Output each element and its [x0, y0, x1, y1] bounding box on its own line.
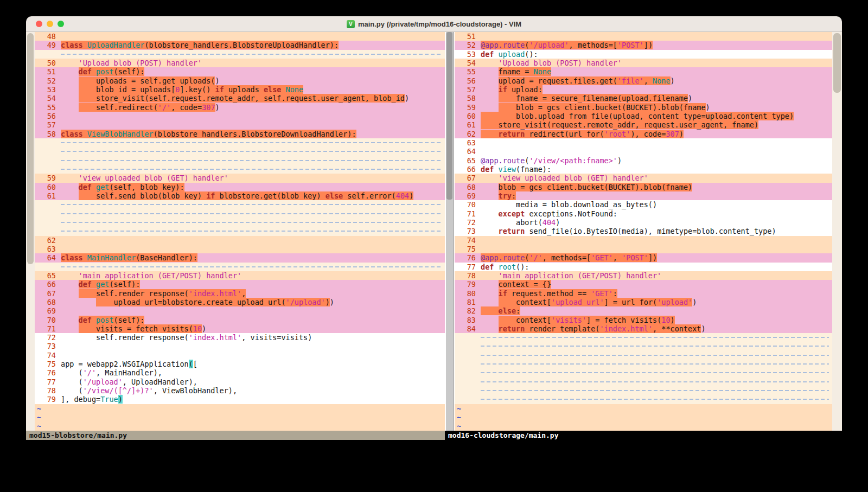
code-line[interactable]: 80 if request.method == 'GET': — [455, 289, 832, 298]
code-token: post — [96, 316, 114, 324]
code-line[interactable]: 73 — [35, 342, 445, 350]
code-text: app = webapp2.WSGIApplication([ — [61, 360, 445, 368]
code-line[interactable]: 68 upload_url=blobstore.create_upload_ur… — [35, 298, 445, 306]
code-line[interactable]: 65 'main application (GET/POST) handler' — [35, 271, 445, 280]
code-token: ]) — [644, 41, 653, 49]
code-line[interactable]: 77 ('/upload', UploadHandler), — [35, 378, 445, 386]
code-token: def — [79, 183, 97, 191]
code-line[interactable]: 70 def post(self): — [35, 316, 445, 324]
code-token — [481, 191, 499, 200]
code-line[interactable]: 57 if upload: — [455, 85, 832, 94]
right-scrollbar-thumb[interactable] — [833, 33, 841, 93]
line-number: 62 — [35, 236, 61, 245]
code-line[interactable]: 78 ('/view/([^/]+)?', ViewBlobHandler), — [35, 386, 445, 395]
left-scrollbar[interactable] — [26, 32, 35, 431]
code-line[interactable]: 52 uploads = self.get_uploads() — [35, 76, 445, 85]
code-line[interactable]: 64 — [455, 147, 832, 156]
code-line[interactable]: 73 return send_file(io.BytesIO(media), m… — [455, 227, 832, 235]
line-number — [455, 395, 481, 404]
code-line[interactable]: 70 media = blob.download_as_bytes() — [455, 200, 832, 209]
code-line[interactable]: 81 context['upload_url'] = url_for('uplo… — [455, 298, 832, 306]
vim-command-line[interactable] — [26, 440, 842, 476]
code-line[interactable]: 66 def get(self): — [35, 280, 445, 289]
right-editor-pane[interactable]: 5152@app.route('/upload', methods=['POST… — [455, 32, 832, 431]
code-line[interactable]: 53 blob_id = uploads[0].key() if uploads… — [35, 85, 445, 94]
left-editor-pane[interactable]: 4849class UploadHandler(blobstore_handle… — [35, 32, 445, 431]
code-line[interactable]: 71 visits = fetch_visits(10) — [35, 324, 445, 333]
statusline-left[interactable]: mod15-blobstore/main.py — [26, 431, 445, 440]
code-line[interactable]: 48 — [35, 32, 445, 41]
code-line[interactable]: 53def upload(): — [455, 50, 832, 59]
code-line[interactable]: 64class MainHandler(BaseHandler): — [35, 253, 445, 262]
statusline-right[interactable]: mod16-cloudstorage/main.py — [445, 431, 842, 440]
code-line[interactable]: 55 self.redirect('/', code=307) — [35, 103, 445, 112]
code-line[interactable]: 57 — [35, 120, 445, 129]
code-line[interactable]: 59 blob = gcs_client.bucket(BUCKET).blob… — [455, 103, 832, 112]
code-line[interactable]: 55 fname = None — [455, 67, 832, 76]
code-line[interactable]: 67 self.render_response('index.html', — [35, 289, 445, 298]
code-line[interactable]: 75app = webapp2.WSGIApplication([ — [35, 360, 445, 368]
code-line[interactable]: 50 'Upload blob (POST) handler' — [35, 59, 445, 67]
code-token: except — [499, 209, 525, 218]
code-line[interactable]: 67 'view uploaded blob (GET) handler' — [455, 174, 832, 182]
code-line[interactable]: 51 def post(self): — [35, 67, 445, 76]
code-line[interactable]: 83 context['visits'] = fetch_visits(10) — [455, 316, 832, 324]
titlebar[interactable]: V main.py (/private/tmp/mod16-cloudstora… — [26, 16, 842, 32]
close-button[interactable] — [36, 21, 42, 27]
code-line[interactable]: 69 — [35, 306, 445, 315]
code-line[interactable]: 65@app.route('/view/<path:fname>') — [455, 156, 832, 165]
code-line[interactable]: 51 — [455, 32, 832, 41]
code-line[interactable]: 82 else: — [455, 306, 832, 315]
code-line[interactable]: 78 'main application (GET/POST) handler' — [455, 271, 832, 280]
code-line[interactable]: 56 upload = request.files.get('file', No… — [455, 76, 832, 85]
code-line[interactable]: 58 fname = secure_filename(upload.filena… — [455, 94, 832, 103]
code-token: ) — [692, 298, 697, 306]
code-line[interactable]: 60 blob.upload_from_file(upload, content… — [455, 112, 832, 120]
code-line[interactable]: 71 except exceptions.NotFound: — [455, 209, 832, 218]
right-scrollbar[interactable] — [832, 32, 842, 431]
code-line[interactable]: 61 self.send_blob(blob_key) if blobstore… — [35, 191, 445, 200]
code-line[interactable]: 84 return render_template('index.html', … — [455, 324, 832, 333]
code-line[interactable]: 76 ('/', MainHandler), — [35, 368, 445, 377]
middle-scrollbar-thumb[interactable] — [446, 32, 452, 200]
code-line[interactable]: 72 self.render_response('index.html', vi… — [35, 333, 445, 342]
code-line[interactable]: 74 — [455, 236, 832, 245]
code-token: 'GET' — [591, 253, 613, 262]
line-number: 50 — [35, 59, 61, 67]
code-line[interactable]: 69 try: — [455, 191, 832, 200]
code-line[interactable]: 63 — [35, 245, 445, 253]
code-token: media = blob.download_as_bytes() — [481, 200, 657, 209]
window-split-divider[interactable] — [445, 32, 455, 431]
code-line[interactable]: 56 — [35, 112, 445, 120]
code-line[interactable]: 79], debug=True) — [35, 395, 445, 404]
tilde-marker: ~ — [35, 421, 41, 430]
code-line[interactable]: 68 blob = gcs_client.bucket(BUCKET).blob… — [455, 183, 832, 191]
code-line[interactable]: 79 context = {} — [455, 280, 832, 289]
code-text: blob_id = uploads[0].key() if uploads el… — [61, 85, 445, 94]
code-line[interactable]: 66def view(fname): — [455, 165, 832, 174]
left-scrollbar-thumb[interactable] — [27, 33, 34, 264]
code-line[interactable]: 75 — [455, 245, 832, 253]
code-line[interactable]: 59 'view uploaded blob (GET) handler' — [35, 174, 445, 182]
code-line[interactable]: 58class ViewBlobHandler(blobstore_handle… — [35, 130, 445, 138]
code-line[interactable]: 63 — [455, 138, 832, 147]
line-number: 71 — [35, 324, 61, 333]
code-line[interactable]: 62 — [35, 236, 445, 245]
code-line[interactable]: 72 abort(404) — [455, 218, 832, 227]
code-line[interactable]: 74 — [35, 351, 445, 360]
code-token: else — [264, 85, 282, 94]
code-line[interactable]: 61 store_visit(request.remote_addr, requ… — [455, 120, 832, 129]
line-number: 79 — [455, 280, 481, 289]
code-line[interactable]: 62 return redirect(url_for('root'), code… — [455, 130, 832, 138]
code-line[interactable]: 54 'Upload blob (POST) handler' — [455, 59, 832, 67]
code-line[interactable]: 76@app.route('/', methods=['GET', 'POST'… — [455, 253, 832, 262]
code-line[interactable]: 77def root(): — [455, 263, 832, 271]
code-text: self.send_blob(blob_key) if blobstore.ge… — [61, 191, 445, 200]
code-line[interactable]: 52@app.route('/upload', methods=['POST']… — [455, 41, 832, 49]
middle-scrollbar[interactable] — [446, 32, 454, 431]
code-line[interactable]: 54 store_visit(self.request.remote_addr,… — [35, 94, 445, 103]
code-line[interactable]: 49class UploadHandler(blobstore_handlers… — [35, 41, 445, 49]
minimize-button[interactable] — [47, 21, 53, 27]
zoom-button[interactable] — [58, 21, 64, 27]
code-line[interactable]: 60 def get(self, blob_key): — [35, 183, 445, 191]
